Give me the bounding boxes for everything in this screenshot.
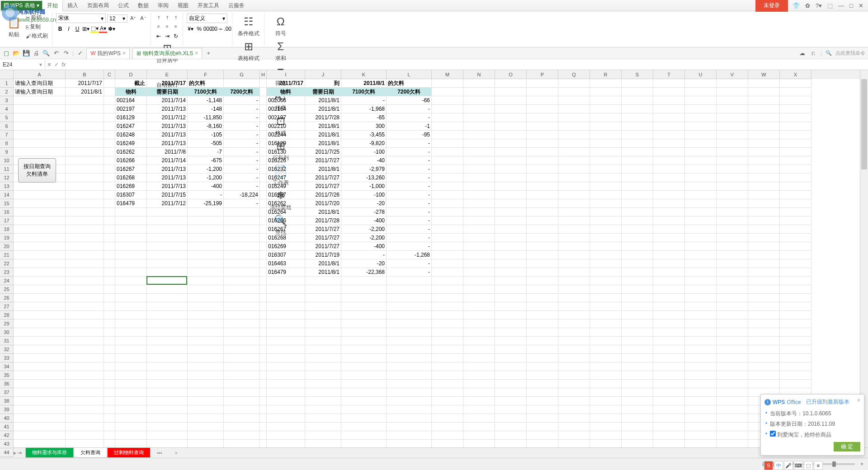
cell[interactable] xyxy=(432,354,463,362)
cell[interactable] xyxy=(463,139,495,148)
cell[interactable] xyxy=(66,122,104,131)
formula-input[interactable] xyxy=(67,64,868,66)
cell[interactable] xyxy=(685,251,717,259)
cell[interactable]: - xyxy=(224,113,260,122)
cell[interactable] xyxy=(653,328,685,337)
col-header[interactable]: O xyxy=(495,70,527,79)
row-header[interactable]: 31 xyxy=(0,337,14,345)
cell[interactable]: -1,200 xyxy=(188,174,224,182)
cell[interactable]: -25,199 xyxy=(188,199,224,208)
cell[interactable] xyxy=(495,431,527,440)
cell[interactable] xyxy=(224,285,260,294)
cell[interactable] xyxy=(14,285,66,294)
row-header[interactable]: 4 xyxy=(0,105,14,113)
cell[interactable] xyxy=(14,234,66,242)
cell[interactable] xyxy=(527,285,558,294)
cell[interactable] xyxy=(14,337,66,345)
cell[interactable] xyxy=(147,354,188,362)
cell[interactable] xyxy=(387,285,432,294)
cell[interactable] xyxy=(622,242,653,251)
cell[interactable] xyxy=(387,345,432,354)
cell[interactable] xyxy=(685,88,717,96)
cell[interactable] xyxy=(387,371,432,380)
cell[interactable] xyxy=(717,234,748,242)
cell[interactable]: 需要日期 xyxy=(147,88,188,96)
cell[interactable] xyxy=(147,345,188,354)
cell[interactable] xyxy=(432,199,463,208)
cell[interactable] xyxy=(653,311,685,320)
cell[interactable] xyxy=(590,354,622,362)
cell[interactable] xyxy=(115,302,147,311)
cell[interactable] xyxy=(590,414,622,423)
cell[interactable]: 016268 xyxy=(267,234,305,242)
cell[interactable] xyxy=(495,251,527,259)
cell[interactable] xyxy=(224,79,260,88)
col-header[interactable]: N xyxy=(463,70,495,79)
cell[interactable]: 016264 xyxy=(267,208,305,216)
cell[interactable] xyxy=(653,294,685,302)
cell[interactable] xyxy=(115,234,147,242)
cell[interactable]: - xyxy=(387,182,432,191)
cell[interactable] xyxy=(260,337,267,345)
cell[interactable] xyxy=(527,191,558,199)
cell[interactable] xyxy=(495,199,527,208)
cell[interactable] xyxy=(260,165,267,174)
row-header[interactable]: 22 xyxy=(0,259,14,268)
cell[interactable] xyxy=(432,225,463,234)
cell[interactable] xyxy=(685,199,717,208)
cell[interactable] xyxy=(224,311,260,320)
row-header[interactable]: 38 xyxy=(0,397,14,405)
cell[interactable] xyxy=(590,79,622,88)
cell[interactable] xyxy=(188,225,224,234)
cell[interactable] xyxy=(305,277,341,285)
cell[interactable] xyxy=(341,302,387,311)
cell[interactable] xyxy=(104,165,115,174)
cell[interactable] xyxy=(590,139,622,148)
cell[interactable] xyxy=(527,165,558,174)
cell[interactable] xyxy=(66,156,104,165)
cell[interactable] xyxy=(341,294,387,302)
col-header[interactable]: J xyxy=(305,70,341,79)
cell[interactable] xyxy=(463,345,495,354)
cell[interactable]: -1,148 xyxy=(188,96,224,105)
cell[interactable] xyxy=(558,165,590,174)
cell[interactable]: -2,200 xyxy=(341,225,387,234)
cell[interactable] xyxy=(495,139,527,148)
cell[interactable] xyxy=(66,139,104,148)
cell[interactable] xyxy=(66,431,104,440)
cell[interactable] xyxy=(590,251,622,259)
cell[interactable] xyxy=(527,431,558,440)
cell[interactable] xyxy=(590,423,622,431)
cell[interactable] xyxy=(463,96,495,105)
cell[interactable] xyxy=(14,371,66,380)
cell[interactable] xyxy=(147,259,188,268)
cell[interactable] xyxy=(717,131,748,139)
cell[interactable] xyxy=(590,148,622,156)
cell[interactable] xyxy=(653,405,685,414)
cell[interactable] xyxy=(717,414,748,423)
cell[interactable] xyxy=(66,337,104,345)
cell[interactable]: 截止 xyxy=(115,79,147,88)
cell[interactable] xyxy=(260,139,267,148)
cell[interactable] xyxy=(260,380,267,388)
cell[interactable] xyxy=(260,345,267,354)
cell[interactable]: - xyxy=(341,96,387,105)
cell[interactable] xyxy=(224,216,260,225)
cell[interactable] xyxy=(717,225,748,234)
cell[interactable] xyxy=(463,268,495,277)
cell[interactable] xyxy=(14,423,66,431)
maximize-icon[interactable]: □ xyxy=(849,2,853,9)
cell[interactable] xyxy=(147,277,188,285)
cell[interactable] xyxy=(685,182,717,191)
cell[interactable]: 016307 xyxy=(115,191,147,199)
align-mc[interactable]: ≡ xyxy=(163,22,171,30)
cell[interactable] xyxy=(104,294,115,302)
cell[interactable]: 到 xyxy=(305,79,341,88)
cell[interactable] xyxy=(717,362,748,371)
cell[interactable] xyxy=(717,311,748,320)
cell[interactable] xyxy=(495,337,527,345)
cell[interactable] xyxy=(305,423,341,431)
cell[interactable] xyxy=(115,294,147,302)
cell[interactable] xyxy=(748,216,780,225)
cell[interactable] xyxy=(558,182,590,191)
